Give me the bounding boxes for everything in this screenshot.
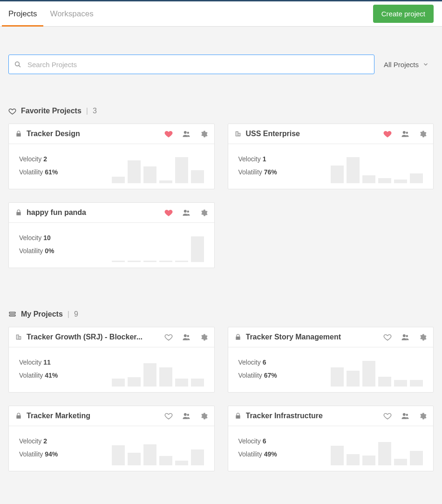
project-title: Tracker Design — [27, 130, 160, 138]
lock-icon — [15, 209, 22, 216]
project-card[interactable]: Tracker Infrastructure Velocity 6 Volati… — [228, 406, 434, 471]
tabs: Projects Workspaces — [8, 1, 94, 26]
velocity-stat: Velocity 10 — [19, 234, 54, 242]
my-projects-count: 9 — [74, 310, 78, 318]
project-title: Tracker Infrastructure — [246, 412, 379, 420]
velocity-stat: Velocity 1 — [238, 155, 277, 163]
lock-icon — [15, 413, 22, 419]
lock-icon — [235, 334, 241, 340]
favorites-count: 3 — [93, 107, 97, 115]
project-card[interactable]: USS Enterprise Velocity 1 Volatility 76% — [228, 124, 434, 189]
gear-icon[interactable] — [200, 130, 208, 138]
project-title: Tracker Story Management — [246, 333, 379, 341]
svg-point-4 — [403, 131, 406, 134]
project-card[interactable]: Tracker Design Velocity 2 Volatility 61% — [8, 124, 215, 189]
favorite-icon[interactable] — [383, 412, 392, 420]
heart-outline-icon — [8, 107, 16, 115]
velocity-stat: Velocity 6 — [238, 437, 277, 445]
favorite-icon[interactable] — [383, 130, 392, 138]
velocity-chart — [59, 229, 204, 262]
project-title: Tracker Marketing — [27, 412, 160, 420]
svg-rect-9 — [9, 315, 15, 316]
gear-icon[interactable] — [419, 412, 427, 420]
filter-dropdown[interactable]: All Projects — [384, 61, 434, 69]
velocity-stat: Velocity 2 — [19, 437, 58, 445]
filter-label: All Projects — [384, 61, 419, 69]
lock-icon — [235, 413, 241, 419]
svg-point-2 — [184, 131, 186, 134]
project-card[interactable]: Tracker Story Management Velocity 6 Vola… — [228, 327, 434, 393]
velocity-stat: Velocity 6 — [238, 359, 277, 366]
volatility-stat: Volatility 94% — [19, 450, 58, 458]
project-title: USS Enterprise — [246, 130, 379, 138]
svg-point-13 — [406, 335, 408, 338]
gear-icon[interactable] — [200, 209, 208, 217]
project-title: happy fun panda — [27, 208, 160, 217]
project-card[interactable]: Tracker Marketing Velocity 2 Volatility … — [8, 406, 215, 471]
svg-point-3 — [187, 132, 189, 134]
favorites-section-header: Favorite Projects | 3 — [8, 107, 434, 115]
tab-workspaces[interactable]: Workspaces — [50, 1, 93, 26]
tab-projects[interactable]: Projects — [8, 1, 37, 26]
gear-icon[interactable] — [419, 130, 427, 138]
velocity-chart — [282, 151, 423, 183]
my-projects-grid: Tracker Growth (SRJ) - Blocker... Veloci… — [8, 327, 434, 471]
favorite-icon[interactable] — [383, 333, 392, 341]
velocity-stat: Velocity 11 — [19, 359, 58, 366]
top-bar: Projects Workspaces Create project — [0, 0, 442, 27]
project-title: Tracker Growth (SRJ) - Blocker... — [27, 333, 160, 341]
velocity-chart — [62, 433, 204, 465]
svg-rect-8 — [9, 312, 15, 313]
volatility-stat: Volatility 76% — [238, 168, 277, 176]
favorite-icon[interactable] — [164, 333, 173, 341]
favorite-icon[interactable] — [164, 130, 173, 138]
volatility-stat: Volatility 0% — [19, 247, 54, 255]
svg-point-17 — [406, 414, 408, 416]
building-icon — [235, 131, 241, 137]
svg-point-6 — [184, 210, 186, 213]
volatility-stat: Volatility 41% — [19, 372, 58, 379]
search-row: All Projects — [8, 55, 434, 74]
volatility-stat: Volatility 61% — [19, 168, 58, 176]
gear-icon[interactable] — [419, 333, 427, 341]
velocity-chart — [282, 433, 423, 465]
volatility-stat: Volatility 49% — [238, 450, 277, 458]
svg-point-10 — [184, 334, 186, 337]
members-icon[interactable] — [181, 333, 191, 341]
svg-point-14 — [184, 413, 186, 416]
gear-icon[interactable] — [200, 333, 208, 341]
members-icon[interactable] — [400, 333, 410, 341]
svg-line-1 — [19, 65, 20, 67]
search-input[interactable] — [8, 55, 374, 74]
svg-point-15 — [187, 414, 189, 416]
list-icon — [8, 311, 16, 318]
svg-point-11 — [187, 335, 189, 338]
members-icon[interactable] — [181, 412, 191, 420]
project-card[interactable]: happy fun panda Velocity 10 Volatility 0… — [8, 202, 215, 268]
velocity-chart — [62, 151, 204, 183]
members-icon[interactable] — [400, 412, 410, 420]
svg-point-12 — [403, 334, 406, 337]
my-projects-title: My Projects — [21, 310, 63, 318]
members-icon[interactable] — [181, 130, 191, 138]
svg-point-16 — [403, 413, 406, 416]
favorites-title: Favorite Projects — [21, 107, 82, 115]
chevron-down-icon — [422, 61, 429, 68]
velocity-stat: Velocity 2 — [19, 155, 58, 163]
search-icon — [14, 61, 21, 68]
project-card[interactable]: Tracker Growth (SRJ) - Blocker... Veloci… — [8, 327, 215, 393]
favorite-icon[interactable] — [164, 412, 173, 420]
my-projects-section-header: My Projects | 9 — [8, 310, 434, 318]
favorites-grid: Tracker Design Velocity 2 Volatility 61%… — [8, 124, 434, 268]
members-icon[interactable] — [181, 208, 191, 217]
velocity-chart — [282, 354, 423, 387]
lock-icon — [15, 131, 22, 137]
svg-point-7 — [187, 211, 189, 213]
svg-point-5 — [406, 132, 408, 134]
volatility-stat: Volatility 67% — [238, 372, 277, 379]
gear-icon[interactable] — [200, 412, 208, 420]
members-icon[interactable] — [400, 130, 410, 138]
svg-point-0 — [15, 62, 20, 66]
favorite-icon[interactable] — [164, 208, 173, 217]
create-project-button[interactable]: Create project — [373, 5, 434, 23]
